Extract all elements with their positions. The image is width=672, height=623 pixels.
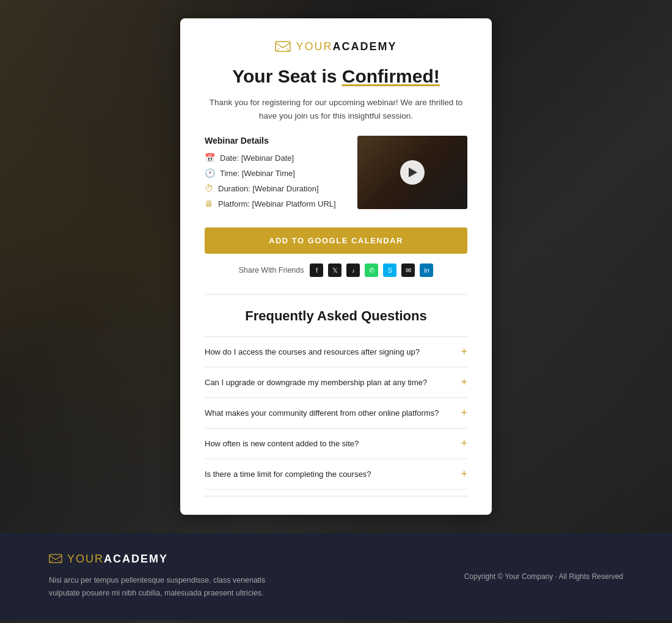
subtext: Thank you for registering for our upcomi… bbox=[205, 96, 467, 122]
detail-platform-label: Platform: [Webinar Platform URL] bbox=[218, 199, 336, 208]
main-card: YOURACADEMY Your Seat is Confirmed! Than… bbox=[180, 18, 492, 515]
footer-logo-your: YOUR bbox=[67, 553, 104, 565]
play-button[interactable] bbox=[400, 160, 425, 185]
facebook-icon[interactable]: f bbox=[310, 264, 323, 277]
heading-highlight: Confirmed! bbox=[342, 66, 440, 86]
webinar-section: Webinar Details 📅 Date: [Webinar Date] 🕐… bbox=[205, 136, 467, 214]
whatsapp-icon[interactable]: ✆ bbox=[365, 264, 378, 277]
detail-platform: 🖥 Platform: [Webinar Platform URL] bbox=[205, 199, 345, 208]
video-thumbnail[interactable] bbox=[357, 136, 467, 209]
faq-item-4[interactable]: How often is new content added to the si… bbox=[205, 428, 467, 459]
footer-description: Nisi arcu per tempus pellentesque suspen… bbox=[49, 574, 281, 600]
faq-item-5[interactable]: Is there a time limit for completing the… bbox=[205, 459, 467, 490]
clock-icon: 🕐 bbox=[205, 168, 215, 178]
tiktok-icon[interactable]: ♪ bbox=[346, 264, 360, 277]
footer-logo-icon bbox=[49, 554, 62, 564]
logo-your: YOUR bbox=[296, 40, 332, 53]
webinar-details: Webinar Details 📅 Date: [Webinar Date] 🕐… bbox=[205, 136, 345, 214]
faq-question-4: How often is new content added to the si… bbox=[205, 439, 461, 448]
faq-plus-5: + bbox=[461, 468, 467, 481]
footer: YOURACADEMY Nisi arcu per tempus pellent… bbox=[0, 533, 672, 620]
faq-question-1: How do I access the courses and resource… bbox=[205, 347, 461, 356]
academy-envelope-icon bbox=[275, 41, 291, 53]
faq-plus-4: + bbox=[461, 437, 467, 450]
footer-logo: YOURACADEMY bbox=[49, 553, 281, 566]
footer-left: YOURACADEMY Nisi arcu per tempus pellent… bbox=[49, 553, 281, 600]
page-wrapper: YOURACADEMY Your Seat is Confirmed! Than… bbox=[0, 0, 672, 623]
timer-icon: ⏱ bbox=[205, 183, 213, 193]
detail-date-label: Date: [Webinar Date] bbox=[220, 153, 294, 163]
detail-time: 🕐 Time: [Webinar Time] bbox=[205, 168, 345, 178]
footer-copyright: Copyright © Your Company · All Rights Re… bbox=[464, 572, 623, 581]
logo-text: YOURACADEMY bbox=[296, 40, 396, 53]
share-label: Share With Friends bbox=[239, 266, 304, 275]
webinar-details-title: Webinar Details bbox=[205, 136, 345, 146]
faq-item-2[interactable]: Can I upgrade or downgrade my membership… bbox=[205, 367, 467, 397]
logo-academy: ACADEMY bbox=[333, 40, 397, 53]
detail-duration: ⏱ Duration: [Webinar Duration] bbox=[205, 183, 345, 193]
linkedin-icon[interactable]: in bbox=[420, 264, 433, 277]
logo-area: YOURACADEMY bbox=[205, 40, 467, 53]
heading-prefix: Your Seat is bbox=[232, 66, 342, 86]
faq-plus-3: + bbox=[461, 407, 467, 419]
share-row: Share With Friends f 𝕏 ♪ ✆ S ✉ in bbox=[205, 264, 467, 277]
main-heading: Your Seat is Confirmed! bbox=[205, 65, 467, 87]
faq-item-1[interactable]: How do I access the courses and resource… bbox=[205, 336, 467, 367]
email-icon[interactable]: ✉ bbox=[401, 264, 415, 277]
detail-date: 📅 Date: [Webinar Date] bbox=[205, 153, 345, 163]
faq-plus-2: + bbox=[461, 376, 467, 389]
detail-duration-label: Duration: [Webinar Duration] bbox=[218, 184, 319, 193]
faq-question-3: What makes your community different from… bbox=[205, 408, 461, 418]
calendar-icon: 📅 bbox=[205, 153, 215, 163]
twitter-icon[interactable]: 𝕏 bbox=[328, 264, 341, 277]
faq-question-5: Is there a time limit for completing the… bbox=[205, 470, 461, 479]
skype-icon[interactable]: S bbox=[383, 264, 396, 277]
divider-2 bbox=[205, 496, 467, 496]
detail-time-label: Time: [Webinar Time] bbox=[220, 169, 295, 178]
faq-title: Frequently Asked Questions bbox=[205, 308, 467, 324]
faq-list: How do I access the courses and resource… bbox=[205, 336, 467, 490]
monitor-icon: 🖥 bbox=[205, 199, 213, 208]
faq-plus-1: + bbox=[461, 345, 467, 358]
faq-item-3[interactable]: What makes your community different from… bbox=[205, 397, 467, 428]
divider-1 bbox=[205, 294, 467, 295]
footer-logo-academy: ACADEMY bbox=[104, 553, 168, 565]
share-icons: f 𝕏 ♪ ✆ S ✉ in bbox=[310, 264, 433, 277]
faq-question-2: Can I upgrade or downgrade my membership… bbox=[205, 378, 461, 387]
play-icon bbox=[409, 168, 417, 177]
footer-logo-text: YOURACADEMY bbox=[67, 553, 168, 566]
add-to-calendar-button[interactable]: ADD TO GOOGLE CALENDAR bbox=[205, 227, 467, 254]
